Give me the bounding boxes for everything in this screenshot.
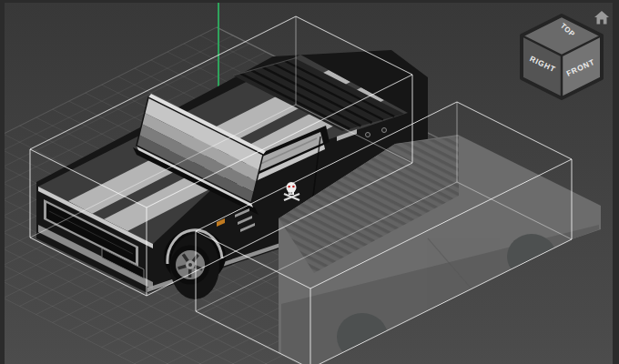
viewport-canvas[interactable]: TOP RIGHT FRONT: [0, 0, 619, 364]
viewcube[interactable]: TOP RIGHT FRONT: [522, 15, 602, 98]
editor-viewport: TOP RIGHT FRONT: [0, 0, 619, 364]
